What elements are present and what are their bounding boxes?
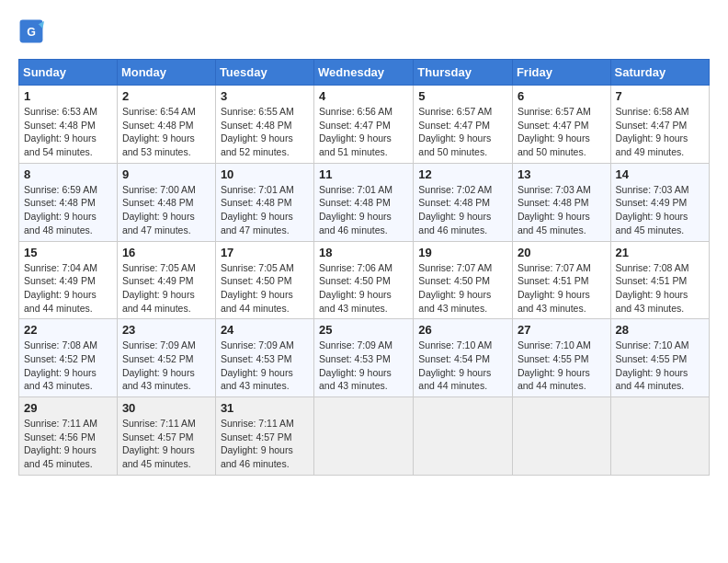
day-info: Sunrise: 7:08 AM Sunset: 4:51 PM Dayligh… <box>616 261 704 316</box>
day-info: Sunrise: 7:04 AM Sunset: 4:49 PM Dayligh… <box>24 261 112 316</box>
day-number: 3 <box>221 89 309 103</box>
day-info: Sunrise: 7:10 AM Sunset: 4:55 PM Dayligh… <box>518 339 606 393</box>
calendar-cell: 10 Sunrise: 7:01 AM Sunset: 4:48 PM Dayl… <box>215 163 313 241</box>
day-number: 12 <box>418 167 507 181</box>
logo-icon: G <box>18 18 44 44</box>
day-info: Sunrise: 7:03 AM Sunset: 4:49 PM Dayligh… <box>616 183 704 237</box>
day-info: Sunrise: 7:02 AM Sunset: 4:48 PM Dayligh… <box>418 183 507 237</box>
calendar-cell: 30 Sunrise: 7:11 AM Sunset: 4:57 PM Dayl… <box>117 397 215 476</box>
day-number: 20 <box>518 246 606 259</box>
day-number: 19 <box>418 246 507 259</box>
day-info: Sunrise: 7:05 AM Sunset: 4:49 PM Dayligh… <box>122 261 210 316</box>
weekday-header-thursday: Thursday <box>414 60 513 86</box>
calendar-cell: 15 Sunrise: 7:04 AM Sunset: 4:49 PM Dayl… <box>19 241 118 319</box>
calendar-cell: 5 Sunrise: 6:57 AM Sunset: 4:47 PM Dayli… <box>414 86 513 164</box>
calendar-cell: 1 Sunrise: 6:53 AM Sunset: 4:48 PM Dayli… <box>19 86 118 164</box>
day-info: Sunrise: 6:58 AM Sunset: 4:47 PM Dayligh… <box>616 105 704 159</box>
calendar-header: SundayMondayTuesdayWednesdayThursdayFrid… <box>19 60 710 86</box>
day-number: 31 <box>221 401 309 415</box>
calendar-cell: 17 Sunrise: 7:05 AM Sunset: 4:50 PM Dayl… <box>215 241 313 319</box>
calendar-cell: 23 Sunrise: 7:09 AM Sunset: 4:52 PM Dayl… <box>117 319 215 397</box>
weekday-header-wednesday: Wednesday <box>314 60 414 86</box>
weekday-header-tuesday: Tuesday <box>215 60 313 86</box>
day-info: Sunrise: 7:09 AM Sunset: 4:52 PM Dayligh… <box>122 339 210 393</box>
calendar-cell: 24 Sunrise: 7:09 AM Sunset: 4:53 PM Dayl… <box>215 319 313 397</box>
calendar-cell: 20 Sunrise: 7:07 AM Sunset: 4:51 PM Dayl… <box>512 241 610 319</box>
calendar-cell: 2 Sunrise: 6:54 AM Sunset: 4:48 PM Dayli… <box>117 86 215 164</box>
day-number: 9 <box>122 167 210 181</box>
calendar-cell: 3 Sunrise: 6:55 AM Sunset: 4:48 PM Dayli… <box>215 86 313 164</box>
day-number: 13 <box>518 167 606 181</box>
day-info: Sunrise: 7:11 AM Sunset: 4:57 PM Dayligh… <box>122 417 210 471</box>
weekday-header-sunday: Sunday <box>19 60 118 86</box>
calendar-cell: 31 Sunrise: 7:11 AM Sunset: 4:57 PM Dayl… <box>215 397 313 476</box>
day-number: 30 <box>122 401 210 415</box>
day-info: Sunrise: 7:10 AM Sunset: 4:55 PM Dayligh… <box>616 339 704 393</box>
day-info: Sunrise: 7:05 AM Sunset: 4:50 PM Dayligh… <box>221 261 309 316</box>
day-number: 21 <box>616 246 704 259</box>
day-info: Sunrise: 7:08 AM Sunset: 4:52 PM Dayligh… <box>24 339 112 393</box>
day-info: Sunrise: 7:06 AM Sunset: 4:50 PM Dayligh… <box>319 261 408 316</box>
calendar-cell: 27 Sunrise: 7:10 AM Sunset: 4:55 PM Dayl… <box>512 319 610 397</box>
calendar-cell: 18 Sunrise: 7:06 AM Sunset: 4:50 PM Dayl… <box>314 241 414 319</box>
calendar-cell <box>414 397 513 476</box>
day-number: 5 <box>418 89 507 103</box>
weekday-header-monday: Monday <box>117 60 215 86</box>
day-number: 23 <box>122 323 210 337</box>
calendar-cell: 21 Sunrise: 7:08 AM Sunset: 4:51 PM Dayl… <box>610 241 709 319</box>
day-number: 17 <box>221 246 309 259</box>
day-number: 15 <box>24 246 112 259</box>
day-info: Sunrise: 7:09 AM Sunset: 4:53 PM Dayligh… <box>319 339 408 393</box>
day-info: Sunrise: 7:01 AM Sunset: 4:48 PM Dayligh… <box>319 183 408 237</box>
day-number: 14 <box>616 167 704 181</box>
calendar-cell: 28 Sunrise: 7:10 AM Sunset: 4:55 PM Dayl… <box>610 319 709 397</box>
day-info: Sunrise: 7:03 AM Sunset: 4:48 PM Dayligh… <box>518 183 606 237</box>
day-info: Sunrise: 6:54 AM Sunset: 4:48 PM Dayligh… <box>122 105 210 159</box>
day-info: Sunrise: 7:07 AM Sunset: 4:50 PM Dayligh… <box>418 261 507 316</box>
day-number: 25 <box>319 323 408 337</box>
day-number: 2 <box>122 89 210 103</box>
day-number: 28 <box>616 323 704 337</box>
day-number: 4 <box>319 89 408 103</box>
calendar-cell: 22 Sunrise: 7:08 AM Sunset: 4:52 PM Dayl… <box>19 319 118 397</box>
day-number: 18 <box>319 246 408 259</box>
svg-text:G: G <box>27 26 36 39</box>
day-number: 29 <box>24 401 112 415</box>
day-number: 6 <box>518 89 606 103</box>
weekday-header-friday: Friday <box>512 60 610 86</box>
day-info: Sunrise: 7:07 AM Sunset: 4:51 PM Dayligh… <box>518 261 606 316</box>
calendar-cell: 19 Sunrise: 7:07 AM Sunset: 4:50 PM Dayl… <box>414 241 513 319</box>
calendar-cell <box>610 397 709 476</box>
calendar-cell: 4 Sunrise: 6:56 AM Sunset: 4:47 PM Dayli… <box>314 86 414 164</box>
day-info: Sunrise: 6:56 AM Sunset: 4:47 PM Dayligh… <box>319 105 408 159</box>
calendar-cell: 14 Sunrise: 7:03 AM Sunset: 4:49 PM Dayl… <box>610 163 709 241</box>
day-info: Sunrise: 7:09 AM Sunset: 4:53 PM Dayligh… <box>221 339 309 393</box>
day-number: 1 <box>24 89 112 103</box>
weekday-header-saturday: Saturday <box>610 60 709 86</box>
day-number: 26 <box>418 323 507 337</box>
calendar-cell <box>512 397 610 476</box>
calendar-cell: 12 Sunrise: 7:02 AM Sunset: 4:48 PM Dayl… <box>414 163 513 241</box>
day-number: 24 <box>221 323 309 337</box>
calendar-cell <box>314 397 414 476</box>
day-info: Sunrise: 6:59 AM Sunset: 4:48 PM Dayligh… <box>24 183 112 237</box>
day-number: 11 <box>319 167 408 181</box>
day-info: Sunrise: 6:57 AM Sunset: 4:47 PM Dayligh… <box>518 105 606 159</box>
day-info: Sunrise: 7:01 AM Sunset: 4:48 PM Dayligh… <box>221 183 309 237</box>
day-number: 27 <box>518 323 606 337</box>
day-number: 16 <box>122 246 210 259</box>
day-number: 22 <box>24 323 112 337</box>
calendar-cell: 6 Sunrise: 6:57 AM Sunset: 4:47 PM Dayli… <box>512 86 610 164</box>
day-info: Sunrise: 7:11 AM Sunset: 4:56 PM Dayligh… <box>24 417 112 471</box>
calendar-table: SundayMondayTuesdayWednesdayThursdayFrid… <box>18 59 710 476</box>
day-info: Sunrise: 7:11 AM Sunset: 4:57 PM Dayligh… <box>221 417 309 471</box>
calendar-cell: 9 Sunrise: 7:00 AM Sunset: 4:48 PM Dayli… <box>117 163 215 241</box>
day-info: Sunrise: 6:57 AM Sunset: 4:47 PM Dayligh… <box>418 105 507 159</box>
calendar-cell: 7 Sunrise: 6:58 AM Sunset: 4:47 PM Dayli… <box>610 86 709 164</box>
day-info: Sunrise: 6:55 AM Sunset: 4:48 PM Dayligh… <box>221 105 309 159</box>
calendar-cell: 16 Sunrise: 7:05 AM Sunset: 4:49 PM Dayl… <box>117 241 215 319</box>
calendar-cell: 13 Sunrise: 7:03 AM Sunset: 4:48 PM Dayl… <box>512 163 610 241</box>
calendar-cell: 8 Sunrise: 6:59 AM Sunset: 4:48 PM Dayli… <box>19 163 118 241</box>
page-header: G <box>18 18 710 44</box>
logo: G <box>18 18 48 44</box>
